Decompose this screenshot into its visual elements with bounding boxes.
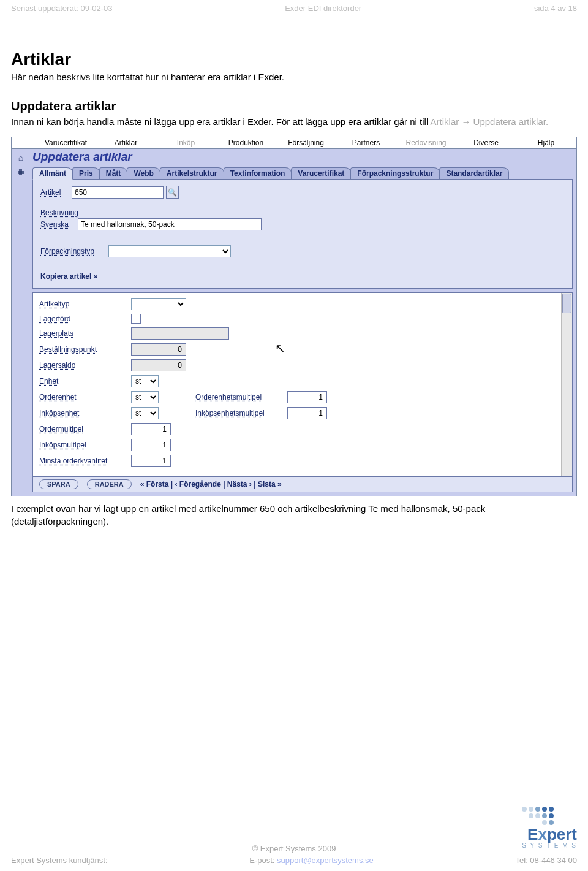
header-right: sida 4 av 18 [534, 4, 577, 13]
orderenhetsmultipel-label: Orderenhetsmultipel [195, 393, 287, 401]
inkopsmultipel-label: Inköpsmultipel [39, 441, 131, 449]
bottombar: SPARA RADERA « Första | ‹ Föregående | N… [32, 476, 573, 492]
menu-inkop: Inköp [156, 137, 216, 148]
spara-button[interactable]: SPARA [39, 479, 78, 489]
lagersaldo-field[interactable]: 0 [131, 359, 186, 371]
lagerplats-label: Lagerplats [39, 329, 131, 338]
menu-artiklar[interactable]: Artiklar [96, 137, 156, 148]
panel-title: Uppdatera artiklar [30, 149, 576, 167]
document-header: Senast uppdaterat: 09-02-03 Exder EDI di… [0, 0, 588, 13]
inkopsenhetsmultipel-field[interactable]: 1 [287, 407, 327, 419]
footer-left: Expert Systems kundtjänst: [11, 856, 108, 865]
lagerford-checkbox[interactable] [131, 314, 141, 324]
inkopsenhetsmultipel-label: Inköpsenhetsmultipel [195, 409, 287, 417]
ordermultipel-field[interactable]: 1 [131, 423, 171, 435]
bestallningspunkt-field[interactable]: 0 [131, 343, 186, 356]
menu-hjalp[interactable]: Hjälp [516, 137, 576, 148]
app-screenshot: Varucertifikat Artiklar Inköp Produktion… [11, 137, 577, 496]
grid-icon[interactable]: ▦ [12, 166, 30, 176]
minsta-orderkvantitet-field[interactable]: 1 [131, 455, 171, 467]
tab-content-allmant: Artikel 🔍 Beskrivning Svenska Förpacknin… [32, 179, 573, 289]
enhet-label: Enhet [39, 377, 131, 386]
forpackningstyp-label: Förpackningstyp [40, 247, 105, 256]
tabstrip: Allmänt Pris Mått Webb Artikelstruktur T… [32, 167, 576, 180]
forpackningstyp-select[interactable] [108, 245, 231, 257]
artikel-label: Artikel [40, 188, 68, 197]
section-text-path: Artiklar → Uppdatera artiklar. [431, 116, 549, 127]
header-left: Senast uppdaterat: 09-02-03 [11, 4, 113, 13]
main-panel: Uppdatera artiklar Allmänt Pris Mått Web… [30, 149, 576, 496]
menu-produktion[interactable]: Produktion [216, 137, 276, 148]
minsta-orderkvantitet-label: Minsta orderkvantitet [39, 457, 131, 465]
kopiera-artikel-link[interactable]: Kopiera artikel » [40, 272, 565, 281]
menu-partners[interactable]: Partners [336, 137, 396, 148]
bestallningspunkt-label: Beställningspunkt [39, 345, 131, 354]
menu-forsaljning[interactable]: Försäljning [276, 137, 336, 148]
ordermultipel-label: Ordermultipel [39, 425, 131, 433]
subpanel-fields: Artikeltyp Lagerförd Lagerplats Beställn… [32, 292, 573, 476]
artikel-search-icon[interactable]: 🔍 [166, 186, 179, 199]
page-title: Artiklar [11, 50, 577, 69]
menubar: Varucertifikat Artiklar Inköp Produktion… [12, 137, 576, 149]
section-title: Uppdatera artiklar [11, 99, 577, 113]
home-icon[interactable]: ⌂ [12, 153, 30, 162]
tab-pris[interactable]: Pris [72, 167, 100, 180]
svenska-input[interactable] [78, 218, 262, 230]
footer-copyright: © Expert Systems 2009 [0, 844, 588, 853]
menu-redovisning: Redovisning [396, 137, 456, 148]
scrollbar[interactable] [561, 293, 572, 476]
tab-matt[interactable]: Mått [99, 167, 128, 180]
tab-webb[interactable]: Webb [127, 167, 160, 180]
row-artikel: Artikel 🔍 [40, 186, 565, 199]
tab-artikelstruktur[interactable]: Artikelstruktur [160, 167, 224, 180]
tab-forpackningsstruktur[interactable]: Förpackningsstruktur [350, 167, 440, 180]
scrollbar-thumb[interactable] [562, 294, 571, 313]
tab-varucertifikat[interactable]: Varucertifikat [291, 167, 351, 180]
lagerford-label: Lagerförd [39, 314, 131, 323]
section-text-part1: Innan ni kan börja handla måste ni lägga… [11, 116, 431, 127]
intro-text: Här nedan beskrivs lite kortfattat hur n… [11, 72, 577, 82]
footer-center: E-post: support@expertsystems.se [249, 856, 374, 865]
footer-right: Tel: 08-446 34 00 [516, 856, 577, 865]
footer-center-prefix: E-post: [249, 856, 277, 865]
pager[interactable]: « Första | ‹ Föregående | Nästa › | Sist… [140, 480, 282, 489]
tab-textinformation[interactable]: Textinformation [224, 167, 292, 180]
radera-button[interactable]: RADERA [87, 479, 132, 489]
header-center: Exder EDI direktorder [285, 4, 361, 13]
orderenhet-label: Orderenhet [39, 393, 131, 401]
tab-allmant[interactable]: Allmänt [32, 167, 73, 180]
footer: © Expert Systems 2009 Expert Systems kun… [0, 844, 588, 867]
menu-varucertifikat[interactable]: Varucertifikat [36, 137, 96, 148]
app-body: ⌂ ▦ Uppdatera artiklar Allmänt Pris Mått… [12, 149, 576, 496]
lagersaldo-label: Lagersaldo [39, 361, 131, 370]
row-svenska: Svenska [40, 218, 565, 230]
orderenhetsmultipel-field[interactable]: 1 [287, 391, 327, 403]
content: Artiklar Här nedan beskrivs lite kortfat… [0, 13, 588, 528]
caption-text: I exemplet ovan har vi lagt upp en artik… [11, 503, 577, 528]
logo-text: Expert [522, 826, 577, 842]
artikeltyp-label: Artikeltyp [39, 300, 131, 308]
cursor-icon: ↖ [275, 341, 285, 356]
inkopsenhet-select[interactable]: st [131, 407, 159, 419]
logo-dots-icon [522, 807, 577, 825]
artikel-input[interactable] [72, 186, 164, 199]
orderenhet-select[interactable]: st [131, 391, 159, 403]
row-forpackningstyp: Förpackningstyp [40, 245, 565, 257]
left-iconbar: ⌂ ▦ [12, 149, 30, 496]
footer-email-link[interactable]: support@expertsystems.se [277, 856, 374, 865]
beskrivning-label: Beskrivning [40, 208, 565, 217]
lagerplats-field[interactable] [131, 327, 229, 340]
menu-diverse[interactable]: Diverse [456, 137, 516, 148]
inkopsenhet-label: Inköpsenhet [39, 409, 131, 417]
tab-standardartiklar[interactable]: Standardartiklar [439, 167, 509, 180]
artikeltyp-select[interactable] [131, 298, 186, 310]
svenska-label: Svenska [40, 220, 74, 229]
enhet-select[interactable]: st [131, 375, 159, 387]
section-text: Innan ni kan börja handla måste ni lägga… [11, 116, 577, 128]
expert-logo: Expert S Y S T E M S [522, 807, 577, 849]
inkopsmultipel-field[interactable]: 1 [131, 439, 171, 451]
